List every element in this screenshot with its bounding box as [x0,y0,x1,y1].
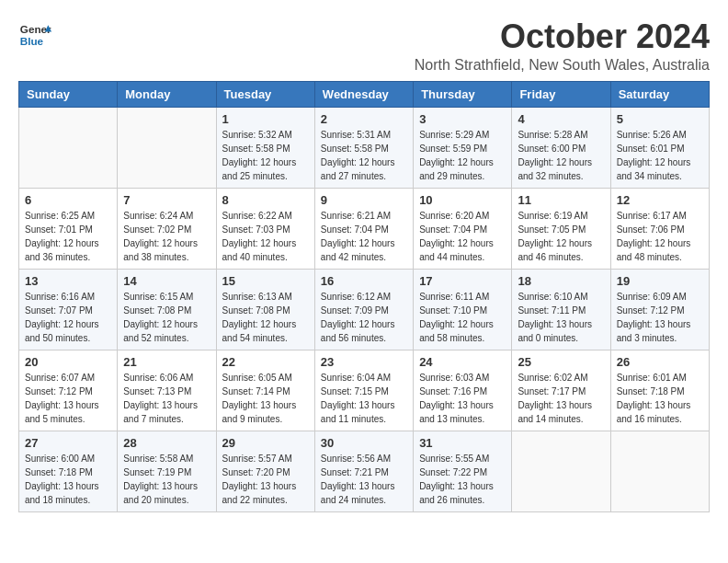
day-info: Sunrise: 6:00 AM Sunset: 7:18 PM Dayligh… [25,452,111,507]
logo: General Blue [18,18,51,52]
day-number: 10 [419,193,506,207]
calendar-cell: 31Sunrise: 5:55 AM Sunset: 7:22 PM Dayli… [414,431,512,511]
header-cell-monday: Monday [118,81,216,107]
week-row-1: 1Sunrise: 5:32 AM Sunset: 5:58 PM Daylig… [19,107,710,188]
month-title: October 2024 [415,18,710,55]
calendar-cell: 4Sunrise: 5:28 AM Sunset: 6:00 PM Daylig… [512,107,610,188]
day-info: Sunrise: 6:03 AM Sunset: 7:16 PM Dayligh… [419,371,506,426]
day-info: Sunrise: 6:09 AM Sunset: 7:12 PM Dayligh… [617,290,703,345]
calendar-cell [512,431,610,511]
day-info: Sunrise: 6:15 AM Sunset: 7:08 PM Dayligh… [123,290,210,345]
calendar-cell: 6Sunrise: 6:25 AM Sunset: 7:01 PM Daylig… [19,188,118,269]
week-row-2: 6Sunrise: 6:25 AM Sunset: 7:01 PM Daylig… [19,188,710,269]
day-info: Sunrise: 6:16 AM Sunset: 7:07 PM Dayligh… [25,290,111,345]
day-number: 20 [25,355,111,369]
week-row-4: 20Sunrise: 6:07 AM Sunset: 7:12 PM Dayli… [19,350,710,431]
day-number: 1 [222,112,309,126]
calendar-cell: 3Sunrise: 5:29 AM Sunset: 5:59 PM Daylig… [414,107,512,188]
day-info: Sunrise: 5:31 AM Sunset: 5:58 PM Dayligh… [321,128,407,183]
day-info: Sunrise: 6:02 AM Sunset: 7:17 PM Dayligh… [518,371,604,426]
calendar-cell: 8Sunrise: 6:22 AM Sunset: 7:03 PM Daylig… [216,188,314,269]
calendar-cell: 29Sunrise: 5:57 AM Sunset: 7:20 PM Dayli… [216,431,314,511]
day-number: 4 [518,112,604,126]
day-number: 14 [123,274,210,288]
day-number: 23 [321,355,407,369]
calendar-cell: 5Sunrise: 5:26 AM Sunset: 6:01 PM Daylig… [610,107,709,188]
day-number: 18 [518,274,604,288]
day-info: Sunrise: 6:01 AM Sunset: 7:18 PM Dayligh… [617,371,703,426]
calendar-cell: 14Sunrise: 6:15 AM Sunset: 7:08 PM Dayli… [118,269,216,350]
day-info: Sunrise: 6:25 AM Sunset: 7:01 PM Dayligh… [25,209,111,264]
header-cell-thursday: Thursday [414,81,512,107]
calendar-cell: 17Sunrise: 6:11 AM Sunset: 7:10 PM Dayli… [414,269,512,350]
calendar-cell: 10Sunrise: 6:20 AM Sunset: 7:04 PM Dayli… [414,188,512,269]
day-number: 9 [321,193,407,207]
day-number: 27 [25,436,111,450]
day-number: 19 [617,274,703,288]
header-cell-sunday: Sunday [19,81,118,107]
calendar-cell: 30Sunrise: 5:56 AM Sunset: 7:21 PM Dayli… [314,431,413,511]
calendar-cell: 26Sunrise: 6:01 AM Sunset: 7:18 PM Dayli… [610,350,709,431]
day-info: Sunrise: 5:58 AM Sunset: 7:19 PM Dayligh… [123,452,210,507]
day-info: Sunrise: 6:06 AM Sunset: 7:13 PM Dayligh… [123,371,210,426]
day-info: Sunrise: 6:24 AM Sunset: 7:02 PM Dayligh… [123,209,210,264]
week-row-5: 27Sunrise: 6:00 AM Sunset: 7:18 PM Dayli… [19,431,710,511]
header-cell-wednesday: Wednesday [314,81,413,107]
title-block: October 2024 North Strathfield, New Sout… [415,18,710,74]
day-number: 3 [419,112,506,126]
calendar-cell: 9Sunrise: 6:21 AM Sunset: 7:04 PM Daylig… [314,188,413,269]
calendar-cell: 28Sunrise: 5:58 AM Sunset: 7:19 PM Dayli… [118,431,216,511]
day-number: 2 [321,112,407,126]
day-number: 5 [617,112,703,126]
calendar-cell: 2Sunrise: 5:31 AM Sunset: 5:58 PM Daylig… [314,107,413,188]
day-info: Sunrise: 6:07 AM Sunset: 7:12 PM Dayligh… [25,371,111,426]
calendar-cell: 12Sunrise: 6:17 AM Sunset: 7:06 PM Dayli… [610,188,709,269]
calendar-cell [610,431,709,511]
day-info: Sunrise: 6:10 AM Sunset: 7:11 PM Dayligh… [518,290,604,345]
calendar-cell: 23Sunrise: 6:04 AM Sunset: 7:15 PM Dayli… [314,350,413,431]
day-info: Sunrise: 5:32 AM Sunset: 5:58 PM Dayligh… [222,128,309,183]
calendar-cell: 27Sunrise: 6:00 AM Sunset: 7:18 PM Dayli… [19,431,118,511]
day-number: 7 [123,193,210,207]
day-info: Sunrise: 5:56 AM Sunset: 7:21 PM Dayligh… [321,452,407,507]
calendar-cell: 22Sunrise: 6:05 AM Sunset: 7:14 PM Dayli… [216,350,314,431]
calendar-cell: 20Sunrise: 6:07 AM Sunset: 7:12 PM Dayli… [19,350,118,431]
day-info: Sunrise: 6:11 AM Sunset: 7:10 PM Dayligh… [419,290,506,345]
day-info: Sunrise: 6:04 AM Sunset: 7:15 PM Dayligh… [321,371,407,426]
calendar-cell: 19Sunrise: 6:09 AM Sunset: 7:12 PM Dayli… [610,269,709,350]
day-info: Sunrise: 5:28 AM Sunset: 6:00 PM Dayligh… [518,128,604,183]
calendar-cell: 13Sunrise: 6:16 AM Sunset: 7:07 PM Dayli… [19,269,118,350]
calendar-cell: 15Sunrise: 6:13 AM Sunset: 7:08 PM Dayli… [216,269,314,350]
header-cell-friday: Friday [512,81,610,107]
day-number: 6 [25,193,111,207]
calendar-cell: 25Sunrise: 6:02 AM Sunset: 7:17 PM Dayli… [512,350,610,431]
header-row: SundayMondayTuesdayWednesdayThursdayFrid… [19,81,710,107]
day-number: 21 [123,355,210,369]
calendar-cell: 21Sunrise: 6:06 AM Sunset: 7:13 PM Dayli… [118,350,216,431]
header-cell-saturday: Saturday [610,81,709,107]
day-number: 29 [222,436,309,450]
header-cell-tuesday: Tuesday [216,81,314,107]
day-info: Sunrise: 5:57 AM Sunset: 7:20 PM Dayligh… [222,452,309,507]
day-number: 12 [617,193,703,207]
day-number: 22 [222,355,309,369]
day-info: Sunrise: 6:13 AM Sunset: 7:08 PM Dayligh… [222,290,309,345]
calendar-cell: 7Sunrise: 6:24 AM Sunset: 7:02 PM Daylig… [118,188,216,269]
calendar-cell [19,107,118,188]
page-header: General Blue October 2024 North Strathfi… [18,18,710,74]
calendar-cell: 18Sunrise: 6:10 AM Sunset: 7:11 PM Dayli… [512,269,610,350]
day-info: Sunrise: 6:05 AM Sunset: 7:14 PM Dayligh… [222,371,309,426]
day-number: 28 [123,436,210,450]
calendar-cell: 1Sunrise: 5:32 AM Sunset: 5:58 PM Daylig… [216,107,314,188]
day-number: 24 [419,355,506,369]
day-number: 13 [25,274,111,288]
day-number: 26 [617,355,703,369]
day-number: 8 [222,193,309,207]
day-info: Sunrise: 6:22 AM Sunset: 7:03 PM Dayligh… [222,209,309,264]
day-info: Sunrise: 5:26 AM Sunset: 6:01 PM Dayligh… [617,128,703,183]
logo-icon: General Blue [18,18,51,52]
day-number: 31 [419,436,506,450]
calendar-table: SundayMondayTuesdayWednesdayThursdayFrid… [18,81,710,512]
day-info: Sunrise: 6:21 AM Sunset: 7:04 PM Dayligh… [321,209,407,264]
day-info: Sunrise: 6:12 AM Sunset: 7:09 PM Dayligh… [321,290,407,345]
